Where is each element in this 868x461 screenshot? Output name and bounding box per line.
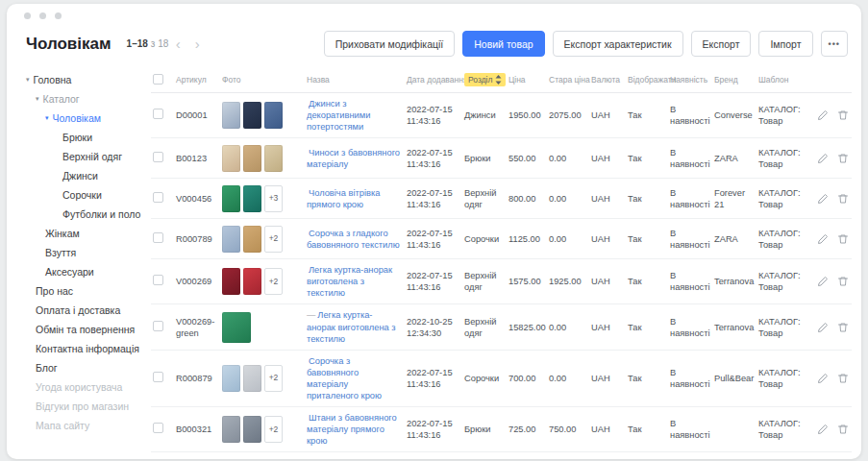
sidebar-item-label: Каталог — [43, 93, 80, 105]
header-actions: Приховати модифікації Новий товар Експор… — [324, 31, 848, 57]
column-header-name[interactable]: Назва — [307, 75, 407, 85]
table-row: B000321 +2 Штани з бавовняного матеріалу… — [151, 407, 852, 452]
product-name-link[interactable]: Чиноси з бавовняного матеріалу — [307, 148, 400, 169]
export-properties-button[interactable]: Експорт характеристик — [553, 31, 683, 57]
product-photos — [222, 145, 307, 172]
new-product-button[interactable]: Новий товар — [462, 31, 544, 57]
product-date-cell: 2022-07-15 11:43:16 — [407, 104, 464, 127]
column-header-section[interactable]: Розділ — [464, 73, 508, 86]
delete-icon[interactable] — [837, 193, 849, 205]
sort-icon[interactable] — [495, 75, 502, 85]
sidebar-item[interactable]: Про нас — [26, 281, 151, 301]
column-header-availability[interactable]: Наявність — [670, 75, 714, 85]
delete-icon[interactable] — [837, 153, 849, 164]
column-header-display[interactable]: Відображати — [628, 75, 670, 85]
row-checkbox[interactable] — [153, 275, 163, 285]
sidebar-item[interactable]: Брюки — [26, 128, 151, 147]
sidebar-item[interactable]: Жінкам — [26, 224, 151, 243]
sidebar-item[interactable]: Угода користувача — [26, 377, 151, 397]
row-checkbox[interactable] — [153, 321, 163, 331]
next-page-button[interactable]: › — [187, 35, 207, 54]
product-name-link[interactable]: Сорочка з бавовняного матеріалу притален… — [307, 356, 382, 400]
row-checkbox[interactable] — [153, 232, 163, 243]
edit-icon[interactable] — [817, 109, 829, 121]
sidebar-item[interactable]: ▾ Каталог — [26, 89, 151, 109]
window-minimize-icon[interactable] — [39, 12, 46, 19]
product-date-cell: 2022-10-25 12:34:30 — [407, 316, 464, 339]
sidebar-item[interactable]: Контактна інформація — [26, 339, 151, 358]
row-actions — [816, 109, 851, 121]
product-display: Так — [628, 373, 670, 384]
product-article: R000879 — [176, 373, 222, 384]
product-name-link[interactable]: Джинси з декоративними потертостями — [307, 99, 370, 132]
product-brand: Pull&Bear — [714, 373, 758, 384]
product-availability: В наявності — [670, 147, 714, 170]
edit-icon[interactable] — [817, 424, 829, 435]
sidebar-item-label: Контактна інформація — [36, 343, 139, 354]
row-checkbox[interactable] — [153, 192, 163, 203]
sidebar-item[interactable]: Взуття — [26, 243, 151, 262]
sidebar-item[interactable]: Відгуки про магазин — [26, 397, 151, 416]
hide-modifications-button[interactable]: Приховати модифікації — [324, 31, 456, 57]
edit-icon[interactable] — [817, 322, 829, 333]
select-all-checkbox[interactable] — [153, 74, 163, 85]
column-header-old-price[interactable]: Стара ціна — [549, 75, 591, 85]
delete-icon[interactable] — [837, 109, 849, 121]
column-header-price[interactable]: Ціна — [508, 75, 549, 85]
export-button[interactable]: Експорт — [691, 31, 752, 57]
sidebar-item[interactable]: Блог — [26, 358, 151, 377]
more-actions-button[interactable]: ••• — [821, 31, 848, 57]
prev-page-button[interactable]: ‹ — [168, 35, 187, 54]
import-button[interactable]: Імпорт — [758, 31, 812, 57]
product-article: V000456 — [176, 193, 222, 205]
sidebar-item[interactable]: Джинси — [26, 166, 151, 185]
product-name-link[interactable]: Сорочка з гладкого бавовняного текстилю — [307, 229, 400, 250]
edit-icon[interactable] — [817, 153, 829, 164]
sidebar-item[interactable]: Мапа сайту — [26, 416, 151, 435]
sidebar-item[interactable]: Оплата і доставка — [26, 301, 151, 320]
product-name-link[interactable]: Легка куртка-анорак виготовлена з тексти… — [307, 310, 396, 343]
product-date-cell: 2022-07-15 11:43:16 — [407, 418, 464, 441]
edit-icon[interactable] — [817, 373, 829, 384]
product-name-link[interactable]: Чоловіча вітрівка прямого крою — [307, 188, 380, 209]
sidebar-item-label: Жінкам — [45, 228, 80, 239]
delete-icon[interactable] — [837, 233, 849, 245]
delete-icon[interactable] — [837, 373, 849, 384]
delete-icon[interactable] — [837, 276, 849, 287]
product-date-cell: 2022-07-15 11:43:16 — [407, 367, 464, 390]
column-header-photo[interactable]: Фото — [222, 75, 307, 85]
edit-icon[interactable] — [817, 276, 829, 287]
delete-icon[interactable] — [837, 322, 849, 333]
sidebar-item-label: Головна — [34, 74, 72, 85]
window-maximize-icon[interactable] — [55, 12, 62, 19]
delete-icon[interactable] — [837, 424, 849, 435]
column-header-currency[interactable]: Валюта — [591, 75, 628, 85]
edit-icon[interactable] — [817, 193, 829, 205]
product-name-cell: —Легка куртка-анорак виготовлена з текст… — [307, 309, 407, 344]
caret-down-icon: ▾ — [36, 95, 39, 103]
row-checkbox[interactable] — [153, 423, 163, 433]
sidebar-item[interactable]: ▾ Головна — [26, 70, 151, 89]
window-close-icon[interactable] — [24, 12, 31, 19]
sidebar-item[interactable]: Футболки и поло — [26, 205, 151, 224]
product-currency: UAH — [591, 193, 628, 205]
column-header-date[interactable]: Дата додавання — [407, 75, 464, 85]
product-name-link[interactable]: Легка куртка-анорак виготовлена з тексти… — [307, 265, 392, 298]
sidebar-item[interactable]: Обмін та повернення — [26, 320, 151, 339]
sidebar-item-label: Оплата і доставка — [36, 304, 120, 316]
sidebar-item[interactable]: Верхній одяг — [26, 147, 151, 166]
row-checkbox[interactable] — [153, 109, 163, 119]
column-header-article[interactable]: Артикул — [176, 75, 222, 85]
row-checkbox[interactable] — [153, 152, 163, 162]
product-time: 11:43:16 — [407, 429, 459, 441]
sidebar-item[interactable]: Сорочки — [26, 185, 151, 205]
column-header-brand[interactable]: Бренд — [714, 75, 758, 85]
product-photo — [243, 226, 261, 253]
product-name-link[interactable]: Штани з бавовняного матеріалу прямого кр… — [307, 413, 397, 446]
sidebar-item[interactable]: Аксесуари — [26, 262, 151, 281]
edit-icon[interactable] — [817, 233, 829, 245]
row-checkbox[interactable] — [153, 372, 163, 382]
column-header-template[interactable]: Шаблон — [758, 75, 816, 85]
page-header: Чоловікам 1–18 з 18 ‹ › Приховати модифі… — [7, 27, 861, 66]
sidebar-item[interactable]: ▾ Чоловікам — [26, 109, 151, 128]
